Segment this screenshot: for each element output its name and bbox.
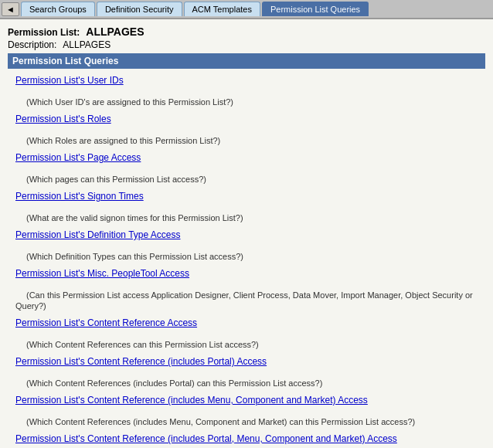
description-label: Description: (8, 39, 56, 50)
query-item-signon-times: Permission List's Signon Times(What are … (8, 191, 485, 223)
query-desc-signon-times: (What are the valid signon times for thi… (15, 213, 243, 222)
query-desc-content-reference-menu-component: (Which Content References (includes Menu… (15, 417, 415, 426)
back-button[interactable]: ◄ (2, 2, 19, 16)
description-row: Description: ALLPAGES (8, 39, 485, 50)
query-link-content-reference-menu-component[interactable]: Permission List's Content Reference (inc… (15, 395, 485, 406)
back-icon: ◄ (6, 5, 15, 14)
permission-list-row: Permission List: ALLPAGES (8, 25, 485, 38)
queries-container: Permission List's User IDs(Which User ID… (8, 75, 485, 448)
query-link-content-reference[interactable]: Permission List's Content Reference Acce… (15, 317, 485, 328)
query-link-content-reference-portal[interactable]: Permission List's Content Reference (inc… (15, 356, 485, 367)
query-item-user-ids: Permission List's User IDs(Which User ID… (8, 75, 485, 107)
query-item-content-reference-menu-component: Permission List's Content Reference (inc… (8, 395, 485, 427)
query-desc-misc-peopletool: (Can this Permission List access Applica… (15, 290, 473, 311)
tab-acm-templates[interactable]: ACM Templates (184, 2, 260, 16)
query-link-user-ids[interactable]: Permission List's User IDs (15, 75, 485, 86)
content-area: Permission List: ALLPAGES Description: A… (0, 19, 493, 448)
query-link-roles[interactable]: Permission List's Roles (15, 114, 485, 124)
query-item-content-reference-portal: Permission List's Content Reference (inc… (8, 356, 485, 389)
query-item-content-reference-portal-menu: Permission List's Content Reference (inc… (8, 433, 485, 448)
description-value: ALLPAGES (63, 39, 110, 50)
query-desc-roles: (Which Roles are assigned to this Permis… (15, 136, 220, 145)
query-desc-page-access: (Which pages can this Permission List ac… (15, 175, 206, 184)
query-desc-content-reference: (Which Content References can this Permi… (15, 340, 259, 349)
query-link-content-reference-portal-menu[interactable]: Permission List's Content Reference (inc… (15, 433, 485, 444)
tab-definition-security[interactable]: Definition Security (97, 2, 182, 16)
tab-permission-list-queries[interactable]: Permission List Queries (262, 2, 369, 16)
query-link-definition-type[interactable]: Permission List's Definition Type Access (15, 229, 485, 240)
query-item-content-reference: Permission List's Content Reference Acce… (8, 317, 485, 350)
query-link-page-access[interactable]: Permission List's Page Access (15, 152, 485, 163)
query-link-misc-peopletool[interactable]: Permission List's Misc. PeopleTool Acces… (15, 268, 485, 279)
query-item-page-access: Permission List's Page Access(Which page… (8, 152, 485, 185)
tab-search-groups[interactable]: Search Groups (21, 2, 95, 16)
nav-bar: ◄ Search Groups Definition Security ACM … (0, 0, 493, 19)
permission-list-value: ALLPAGES (86, 25, 144, 38)
permission-list-label: Permission List: (8, 27, 80, 38)
query-link-signon-times[interactable]: Permission List's Signon Times (15, 191, 485, 202)
query-desc-content-reference-portal: (Which Content References (includes Port… (15, 378, 322, 388)
query-desc-user-ids: (Which User ID's are assigned to this Pe… (15, 97, 233, 107)
section-header: Permission List Queries (8, 53, 485, 69)
query-item-roles: Permission List's Roles(Which Roles are … (8, 114, 485, 146)
query-item-misc-peopletool: Permission List's Misc. PeopleTool Acces… (8, 268, 485, 311)
query-item-definition-type: Permission List's Definition Type Access… (8, 229, 485, 262)
query-desc-definition-type: (Which Definition Types can this Permiss… (15, 252, 243, 261)
